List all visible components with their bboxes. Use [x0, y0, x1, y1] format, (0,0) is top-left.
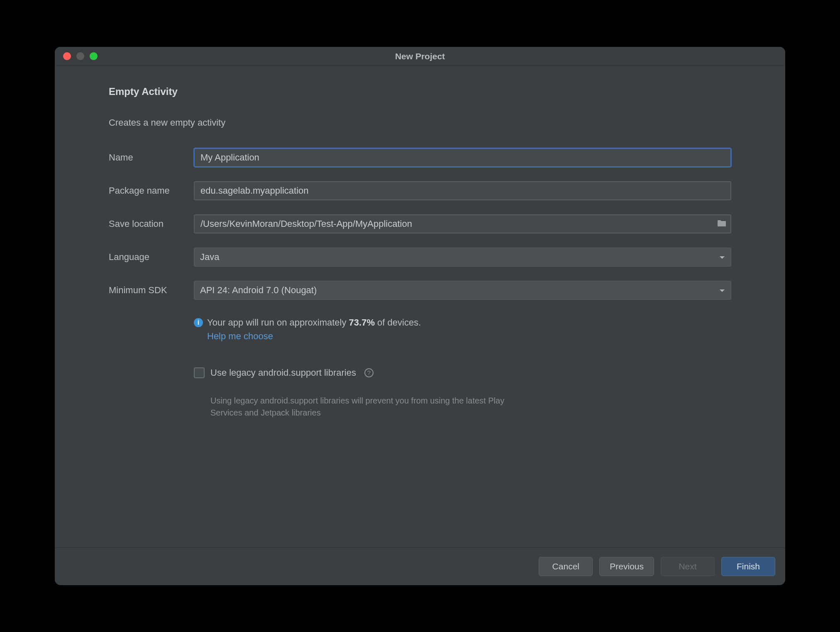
- legacy-checkbox[interactable]: [194, 367, 205, 378]
- form-grid: Name Package name Save location Language…: [109, 148, 731, 419]
- titlebar: New Project: [55, 47, 785, 66]
- language-select[interactable]: Java: [194, 248, 731, 267]
- legacy-checkbox-row: Use legacy android.support libraries ?: [194, 367, 731, 378]
- location-label: Save location: [109, 219, 194, 229]
- content-area: Empty Activity Creates a new empty activ…: [55, 66, 785, 547]
- sdk-select[interactable]: API 24: Android 7.0 (Nougat): [194, 281, 731, 300]
- footer: Cancel Previous Next Finish: [55, 547, 785, 585]
- chevron-down-icon: [719, 285, 725, 296]
- sdk-info-prefix: Your app will run on approximately: [207, 317, 349, 328]
- minimize-icon[interactable]: [76, 52, 84, 60]
- legacy-hint: Using legacy android.support libraries w…: [210, 395, 509, 419]
- name-label: Name: [109, 152, 194, 163]
- next-button: Next: [661, 557, 715, 576]
- package-label: Package name: [109, 185, 194, 196]
- traffic-lights: [55, 52, 98, 60]
- name-input[interactable]: [194, 148, 731, 167]
- legacy-checkbox-label: Use legacy android.support libraries: [210, 367, 356, 378]
- info-icon: i: [194, 318, 203, 327]
- sdk-info-block: i Your app will run on approximately 73.…: [194, 316, 731, 342]
- chevron-down-icon: [719, 252, 725, 263]
- sdk-info-suffix: of devices.: [375, 317, 421, 328]
- new-project-window: New Project Empty Activity Creates a new…: [55, 47, 785, 585]
- sdk-label: Minimum SDK: [109, 285, 194, 296]
- cancel-button[interactable]: Cancel: [539, 557, 593, 576]
- sdk-info-text: Your app will run on approximately 73.7%…: [207, 316, 421, 329]
- sdk-value: API 24: Android 7.0 (Nougat): [200, 285, 317, 296]
- maximize-icon[interactable]: [90, 52, 98, 60]
- close-icon[interactable]: [63, 52, 71, 60]
- page-subheading: Creates a new empty activity: [109, 117, 731, 128]
- help-icon[interactable]: ?: [364, 368, 374, 377]
- window-title: New Project: [55, 51, 785, 61]
- location-input-wrap: [194, 214, 731, 233]
- package-input[interactable]: [194, 181, 731, 200]
- language-label: Language: [109, 252, 194, 263]
- finish-button[interactable]: Finish: [721, 557, 775, 576]
- folder-icon[interactable]: [717, 219, 726, 228]
- help-me-choose-link[interactable]: Help me choose: [207, 331, 273, 342]
- sdk-info-percent: 73.7%: [349, 317, 375, 328]
- language-value: Java: [200, 252, 219, 263]
- page-heading: Empty Activity: [109, 86, 731, 97]
- location-input[interactable]: [194, 214, 731, 233]
- sdk-info-line: i Your app will run on approximately 73.…: [194, 316, 731, 329]
- previous-button[interactable]: Previous: [599, 557, 654, 576]
